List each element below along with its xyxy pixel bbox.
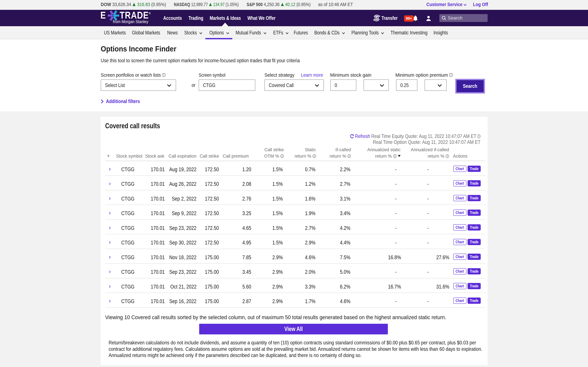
svg-text:$: $ [376, 16, 378, 20]
